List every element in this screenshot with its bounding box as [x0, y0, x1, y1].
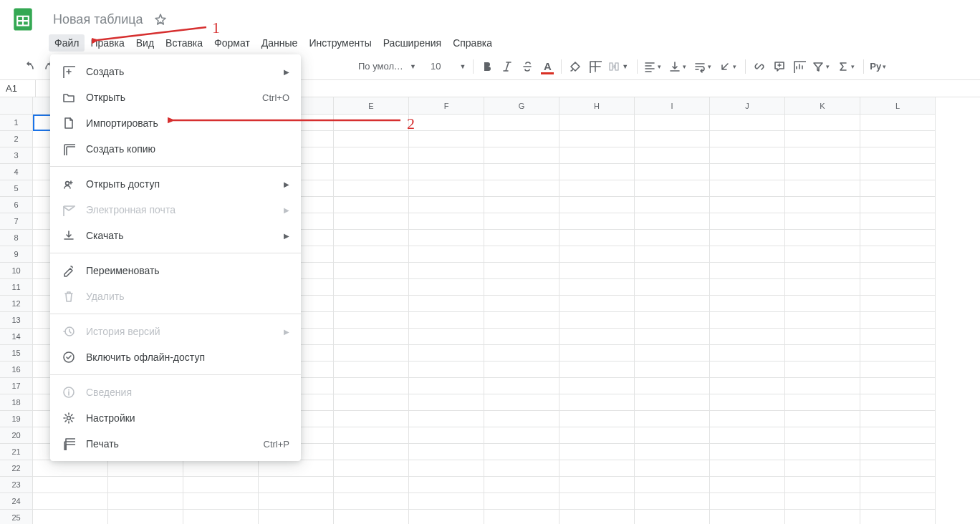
cell[interactable] — [860, 312, 936, 329]
cell[interactable] — [559, 362, 635, 378]
row-header[interactable]: 10 — [0, 263, 32, 279]
row-header[interactable]: 24 — [0, 493, 32, 510]
menubar-item-вставка[interactable]: Вставка — [160, 34, 208, 52]
cell[interactable] — [409, 246, 484, 263]
cell[interactable] — [409, 460, 484, 477]
cell[interactable] — [710, 131, 785, 147]
file-menu-item[interactable]: Включить офлайн-доступ — [50, 344, 301, 370]
cell[interactable] — [334, 246, 409, 263]
cell[interactable] — [710, 312, 785, 329]
cell[interactable] — [334, 444, 409, 460]
cell[interactable] — [559, 131, 635, 147]
cell[interactable] — [710, 164, 785, 180]
menubar-item-формат[interactable]: Формат — [208, 34, 256, 52]
cell[interactable] — [710, 411, 785, 427]
cell[interactable] — [710, 230, 785, 246]
cell[interactable] — [559, 477, 635, 493]
cell[interactable] — [559, 329, 635, 345]
cell[interactable] — [559, 230, 635, 246]
cell[interactable] — [409, 329, 484, 345]
cell[interactable] — [785, 213, 860, 230]
cell[interactable] — [334, 427, 409, 444]
cell[interactable] — [484, 246, 559, 263]
cell[interactable] — [710, 477, 785, 493]
cell[interactable] — [334, 312, 409, 329]
cell[interactable] — [559, 510, 635, 524]
row-header[interactable]: 5 — [0, 180, 32, 197]
cell[interactable] — [409, 263, 484, 279]
cell[interactable] — [860, 197, 936, 213]
font-size-select[interactable]: 10 — [429, 61, 442, 72]
cell[interactable] — [409, 131, 484, 147]
cell[interactable] — [334, 345, 409, 362]
cell[interactable] — [635, 197, 710, 213]
cell[interactable] — [334, 510, 409, 524]
cell[interactable] — [559, 444, 635, 460]
cell[interactable] — [559, 427, 635, 444]
file-menu-item[interactable]: Создать▶ — [50, 59, 301, 84]
cell[interactable] — [785, 230, 860, 246]
column-header[interactable]: F — [409, 97, 484, 115]
cell[interactable] — [484, 131, 559, 147]
column-header[interactable]: G — [484, 97, 559, 115]
cell[interactable] — [559, 180, 635, 197]
cell[interactable] — [334, 131, 409, 147]
row-header[interactable]: 22 — [0, 460, 32, 477]
row-header[interactable]: 8 — [0, 230, 32, 246]
row-header[interactable]: 25 — [0, 510, 32, 524]
cell[interactable] — [409, 147, 484, 164]
cell[interactable] — [710, 345, 785, 362]
cell[interactable] — [409, 510, 484, 524]
cell[interactable] — [33, 460, 108, 477]
cell[interactable] — [409, 115, 484, 131]
insert-comment-button[interactable] — [770, 57, 789, 76]
cell[interactable] — [409, 197, 484, 213]
cell[interactable] — [785, 279, 860, 296]
cell[interactable] — [409, 312, 484, 329]
cell[interactable] — [108, 510, 183, 524]
cell[interactable] — [484, 164, 559, 180]
cell[interactable] — [635, 115, 710, 131]
cell[interactable] — [409, 444, 484, 460]
select-all-corner[interactable] — [0, 97, 33, 115]
cell[interactable] — [409, 279, 484, 296]
text-rotation-button[interactable]: ▾ — [717, 57, 741, 76]
strikethrough-button[interactable] — [518, 57, 537, 76]
cell[interactable] — [334, 263, 409, 279]
cell[interactable] — [409, 378, 484, 394]
cell[interactable] — [785, 444, 860, 460]
cell[interactable] — [785, 180, 860, 197]
cell[interactable] — [484, 115, 559, 131]
vertical-align-button[interactable]: ▾ — [667, 57, 691, 76]
cell[interactable] — [108, 460, 183, 477]
file-menu-item[interactable]: Переименовать — [50, 258, 301, 283]
cell[interactable] — [785, 296, 860, 312]
cell[interactable] — [785, 147, 860, 164]
row-header[interactable]: 20 — [0, 427, 32, 444]
fill-color-button[interactable] — [566, 57, 585, 76]
cell[interactable] — [860, 230, 936, 246]
row-header[interactable]: 19 — [0, 411, 32, 427]
cell[interactable] — [334, 394, 409, 411]
star-button[interactable] — [152, 11, 169, 28]
cell[interactable] — [334, 411, 409, 427]
cell[interactable] — [635, 213, 710, 230]
cell[interactable] — [785, 394, 860, 411]
cell[interactable] — [334, 362, 409, 378]
cell[interactable] — [860, 131, 936, 147]
cell[interactable] — [785, 131, 860, 147]
cell[interactable] — [409, 180, 484, 197]
cell[interactable] — [860, 164, 936, 180]
cell[interactable] — [409, 213, 484, 230]
file-menu-item[interactable]: ПечатьCtrl+P — [50, 431, 301, 457]
cell[interactable] — [785, 427, 860, 444]
cell[interactable] — [484, 296, 559, 312]
cell[interactable] — [860, 263, 936, 279]
cell[interactable] — [33, 493, 108, 510]
cell[interactable] — [785, 164, 860, 180]
cell[interactable] — [484, 345, 559, 362]
cell[interactable] — [785, 263, 860, 279]
row-header[interactable]: 18 — [0, 394, 32, 411]
column-header[interactable]: E — [334, 97, 409, 115]
cell[interactable] — [635, 510, 710, 524]
